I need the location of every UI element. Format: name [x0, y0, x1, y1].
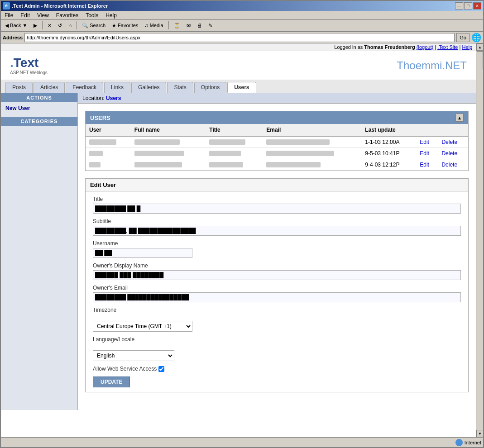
address-input[interactable]: [24, 33, 455, 42]
menu-help[interactable]: Help: [102, 11, 120, 19]
menu-view[interactable]: View: [34, 11, 53, 19]
blurred-email: [266, 151, 334, 156]
tab-users[interactable]: Users: [227, 82, 256, 93]
logout-link[interactable]: (logout): [417, 44, 433, 50]
delete-cell: Delete: [438, 148, 468, 159]
subtitle-group: Subtitle: [93, 218, 461, 236]
lastupdate-cell: 1-1-03 12:00A: [361, 136, 416, 148]
email-input[interactable]: [93, 292, 461, 302]
blurred-email: [266, 139, 330, 145]
fullname-cell: [131, 159, 206, 171]
tab-stats[interactable]: Stats: [167, 82, 193, 93]
blurred-fullname: [134, 162, 182, 167]
delete-cell: Delete: [438, 159, 468, 171]
delete-link-2[interactable]: Delete: [441, 162, 457, 168]
tab-options[interactable]: Options: [194, 82, 226, 93]
edit-link-0[interactable]: Edit: [420, 139, 429, 145]
go-button[interactable]: Go: [456, 33, 470, 42]
tab-feedback[interactable]: Feedback: [66, 82, 103, 93]
webservice-checkbox[interactable]: [158, 366, 164, 372]
fullname-cell: [131, 136, 206, 148]
media-button[interactable]: ♫ Media: [142, 20, 165, 30]
refresh-button[interactable]: ↺: [56, 20, 64, 30]
table-row: 9-5-03 10:41P Edit Delete: [86, 148, 468, 159]
scroll-track: [476, 51, 483, 430]
favorites-button[interactable]: ★ Favorites: [110, 20, 140, 30]
timezone-group: Timezone Central Europe Time (GMT +1) UT…: [93, 307, 461, 332]
tab-articles[interactable]: Articles: [34, 82, 65, 93]
mail-button[interactable]: ✉: [184, 20, 193, 30]
back-button[interactable]: ◀ Back ▼: [3, 20, 29, 30]
email-cell: [263, 136, 361, 148]
title-input[interactable]: [93, 204, 461, 214]
menu-favorites[interactable]: Favorites: [53, 11, 82, 19]
edit-link-2[interactable]: Edit: [420, 162, 429, 168]
text-site-link[interactable]: .Text Site: [437, 44, 458, 50]
edit-button[interactable]: ✎: [206, 20, 215, 30]
col-lastupdate: Last update: [361, 124, 416, 136]
close-button[interactable]: ✕: [473, 2, 481, 10]
blurred-email: [266, 162, 321, 167]
ie-logo-icon: 🌐: [471, 33, 481, 43]
display-name-group: Owner's Display Name: [93, 262, 461, 280]
table-header-row: User Full name Title Email Last update: [86, 124, 468, 136]
display-name-input[interactable]: [93, 270, 461, 280]
locale-select[interactable]: English Deutsch Français Español: [93, 350, 174, 361]
user-cell: [86, 148, 131, 159]
stop-button[interactable]: ✕: [45, 20, 54, 30]
tab-links[interactable]: Links: [104, 82, 130, 93]
home-button[interactable]: ⌂: [66, 20, 74, 30]
timezone-select[interactable]: Central Europe Time (GMT +1) UTC Eastern…: [93, 321, 192, 332]
title-cell: [206, 159, 263, 171]
title-group: Title: [93, 196, 461, 214]
update-button[interactable]: UPDATE: [93, 377, 130, 387]
tab-posts[interactable]: Posts: [5, 82, 33, 93]
search-button[interactable]: 🔍 Search: [80, 20, 108, 30]
users-title: USERS: [90, 114, 110, 121]
webservice-row: Allow Web Service Access: [93, 366, 461, 372]
scroll-down-button[interactable]: ▼: [476, 430, 483, 437]
menu-bar: File Edit View Favorites Tools Help: [1, 11, 483, 20]
location-text: Location:: [82, 95, 105, 101]
logo: .Text: [10, 56, 48, 70]
delete-link-0[interactable]: Delete: [441, 139, 457, 145]
user-cell: [86, 136, 131, 148]
username-input[interactable]: [93, 248, 192, 258]
title-bar-text: e .Text Admin - Microsoft Internet Explo…: [3, 2, 108, 10]
logo-subtitle: ASP.NET Weblogs: [10, 70, 48, 75]
content-area: ACTIONS New User CATEGORIES Location: Us…: [1, 93, 476, 410]
menu-tools[interactable]: Tools: [82, 11, 102, 19]
col-edit-header: [416, 124, 438, 136]
nav-tabs: Posts Articles Feedback Links Galleries …: [1, 80, 476, 93]
edit-cell: Edit: [416, 136, 438, 148]
col-email: Email: [263, 124, 361, 136]
edit-link-1[interactable]: Edit: [420, 150, 429, 157]
browser-content: Logged in as Thomas Freudenberg (logout)…: [1, 43, 483, 437]
subtitle-input[interactable]: [93, 226, 461, 236]
print-button[interactable]: 🖨: [195, 20, 204, 30]
col-delete-header: [438, 124, 468, 136]
scroll-up-button[interactable]: ▲: [476, 43, 483, 51]
ie-icon: e: [3, 2, 10, 10]
location-page[interactable]: Users: [106, 95, 121, 101]
email-group: Owner's Email: [93, 285, 461, 302]
minimize-button[interactable]: —: [455, 2, 463, 10]
collapse-button[interactable]: ▲: [455, 114, 464, 122]
scroll-thumb[interactable]: [477, 51, 483, 69]
delete-link-1[interactable]: Delete: [441, 150, 457, 157]
blurred-fullname: [134, 139, 180, 145]
status-bar: Internet: [1, 437, 483, 447]
locale-label: Language/Locale: [93, 336, 461, 343]
new-user-link[interactable]: New User: [1, 102, 77, 114]
help-link[interactable]: Help: [462, 44, 472, 50]
menu-edit[interactable]: Edit: [17, 11, 34, 19]
edit-user-section: Edit User Title Subtitle: [85, 178, 469, 392]
blurred-title: [209, 151, 241, 156]
menu-file[interactable]: File: [1, 11, 17, 19]
forward-button[interactable]: ▶: [31, 20, 39, 30]
toolbar: ◀ Back ▼ ▶ ✕ ↺ ⌂ 🔍 Search ★ Favorites ♫ …: [1, 20, 483, 32]
maximize-button[interactable]: □: [464, 2, 472, 10]
history-button[interactable]: ⏳: [172, 20, 182, 30]
tab-galleries[interactable]: Galleries: [131, 82, 166, 93]
title-bar: e .Text Admin - Microsoft Internet Explo…: [1, 1, 483, 11]
